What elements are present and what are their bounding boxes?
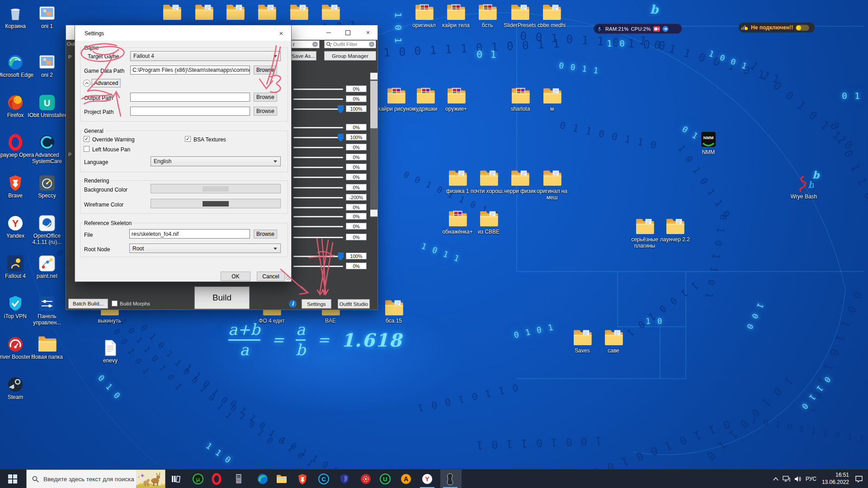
slider-value-box[interactable]: 0% bbox=[346, 85, 367, 92]
advanced-toggle[interactable]: Advanced bbox=[92, 79, 120, 87]
desktop-icon-бса-15[interactable]: бса 15 bbox=[374, 299, 414, 324]
language-select[interactable]: English bbox=[151, 156, 281, 166]
skeleton-file-input[interactable]: res/skeleton_fo4.nif bbox=[129, 229, 250, 239]
scrollbar-up-button[interactable] bbox=[370, 73, 377, 80]
desktop-icon-оригинал-на-меш[interactable]: оригинал на меш bbox=[532, 169, 572, 201]
slider-value-box[interactable]: 0% bbox=[346, 223, 367, 230]
dialog-titlebar[interactable]: Settings bbox=[75, 25, 291, 41]
slider-track[interactable] bbox=[293, 108, 343, 110]
desktop-icon-advanced-systemcare[interactable]: Advanced SystemCare bbox=[27, 133, 67, 165]
settings-button[interactable]: Settings bbox=[302, 299, 331, 309]
desktop-icon-из-cbbe[interactable]: из CBBE bbox=[469, 210, 509, 235]
slider-value-box[interactable]: 0% bbox=[346, 263, 367, 269]
taskbar-icon-utorrent[interactable]: µ bbox=[192, 473, 204, 485]
build-morphs-checkbox[interactable] bbox=[112, 300, 118, 306]
desktop-icon-wrye-bash[interactable]: bWrye Bash bbox=[784, 175, 824, 200]
desktop-icon-nmm[interactable]: NMM NMM bbox=[689, 131, 728, 156]
taskbar-icon-edge[interactable] bbox=[256, 473, 269, 485]
browse-skeleton-button[interactable]: Browse bbox=[254, 230, 277, 239]
action-center-icon[interactable] bbox=[855, 476, 863, 483]
save-as-button[interactable]: Save As... bbox=[290, 51, 316, 61]
slider-handle[interactable] bbox=[338, 105, 344, 113]
taskbar-icon-aorange[interactable]: A bbox=[400, 473, 412, 485]
group-manager-button[interactable]: Group Manager bbox=[324, 51, 376, 61]
slider-track[interactable] bbox=[293, 226, 343, 227]
slider-track[interactable] bbox=[293, 197, 343, 198]
taskbar-icon-yandex[interactable]: Y bbox=[421, 473, 434, 485]
slider-value-box[interactable]: 0% bbox=[346, 174, 367, 180]
desktop-icon-paint.net[interactable]: paint.net bbox=[27, 254, 67, 280]
desktop-icon-oni-2[interactable]: oni 2 bbox=[27, 53, 67, 79]
slider-value-box[interactable]: -200% bbox=[346, 194, 367, 201]
info-icon[interactable]: i bbox=[289, 300, 297, 308]
slider-track[interactable] bbox=[293, 187, 343, 188]
taskbar-icon-bodyslide[interactable] bbox=[444, 473, 457, 485]
slider-track[interactable] bbox=[293, 127, 343, 128]
ok-button[interactable]: OK bbox=[221, 272, 250, 281]
tray-expand-icon[interactable] bbox=[773, 477, 778, 481]
taskbar-icon-brave[interactable] bbox=[296, 473, 309, 485]
browse-data-path-button[interactable]: Browse bbox=[254, 66, 277, 75]
desktop-icon-лаунчер-2.2[interactable]: лаунчер 2.2 bbox=[655, 218, 695, 243]
slider-track[interactable] bbox=[293, 89, 343, 90]
taskbar-search[interactable]: Введите здесь текст для поиска bbox=[26, 469, 165, 488]
slider-track[interactable] bbox=[293, 157, 343, 158]
search-highlight-art[interactable] bbox=[136, 470, 165, 488]
desktop-icon-cbbe-medhi[interactable]: cbbe medhi bbox=[532, 4, 571, 29]
desktop-icon-enevy[interactable]: enevy bbox=[90, 339, 130, 364]
slider-value-box[interactable]: 0% bbox=[346, 154, 367, 160]
minimize-button[interactable] bbox=[322, 28, 335, 37]
taskbar-icon-explorer[interactable] bbox=[275, 473, 288, 485]
slider-track[interactable] bbox=[293, 266, 343, 267]
scrollbar-down-button[interactable] bbox=[370, 210, 377, 216]
clear-filter-icon[interactable]: × bbox=[312, 42, 318, 47]
dialog-close-icon[interactable]: × bbox=[275, 29, 288, 38]
taskbar-icon-cring[interactable]: C bbox=[317, 473, 330, 485]
resize-grip[interactable] bbox=[285, 276, 290, 280]
override-warning-checkbox[interactable]: ✓ bbox=[84, 136, 90, 142]
slider-value-box[interactable]: 0% bbox=[346, 164, 367, 170]
cancel-button[interactable]: Cancel bbox=[257, 272, 285, 281]
desktop-icon-м[interactable]: м bbox=[532, 87, 572, 113]
slider-track[interactable] bbox=[293, 177, 343, 178]
slider-value-box[interactable]: 100% bbox=[346, 134, 367, 141]
desktop-icon-iobit-uninstaller[interactable]: UIObit Uninstaller bbox=[27, 94, 67, 119]
desktop-icon-folder[interactable] bbox=[311, 4, 350, 22]
game-data-path-input[interactable]: C:\Program Files (x86)\Steam\steamapps\c… bbox=[130, 66, 250, 75]
language-indicator[interactable]: РУС bbox=[806, 476, 816, 482]
browse-output-path-button[interactable]: Browse bbox=[254, 93, 277, 102]
project-path-input[interactable] bbox=[130, 107, 250, 116]
wireframe-color-button[interactable] bbox=[151, 199, 281, 208]
left-mouse-pan-checkbox[interactable] bbox=[84, 146, 90, 152]
desktop-icon-steam[interactable]: Steam bbox=[0, 375, 35, 401]
slider-track[interactable] bbox=[293, 207, 343, 208]
expand-arrow-icon[interactable] bbox=[662, 26, 669, 32]
desktop-icon-панель-управлен...[interactable]: Панель управлен... bbox=[27, 295, 67, 326]
clock[interactable]: 16:51 13.06.2022 bbox=[822, 472, 849, 486]
taskbar-icon-library[interactable] bbox=[170, 473, 182, 485]
desktop-icon-новая-папка[interactable]: Новая папка bbox=[27, 335, 67, 361]
slider-track[interactable] bbox=[293, 237, 343, 238]
slider-value-box[interactable]: 0% bbox=[346, 213, 367, 220]
slider-value-box[interactable]: 0% bbox=[346, 184, 367, 191]
taskbar-icon-shield[interactable] bbox=[338, 473, 351, 485]
slider-track[interactable] bbox=[293, 256, 343, 257]
desktop-icon-speccy[interactable]: Speccy bbox=[27, 174, 67, 199]
taskbar-icon-redgear[interactable] bbox=[359, 473, 372, 485]
desktop-icon-oni-1[interactable]: oni 1 bbox=[27, 5, 67, 30]
close-button[interactable]: × bbox=[361, 28, 375, 37]
slider-track[interactable] bbox=[293, 147, 343, 148]
preset-filter-input[interactable]: r × bbox=[291, 40, 320, 48]
batch-build-button[interactable]: Batch Build... bbox=[68, 299, 108, 309]
root-node-select[interactable]: Root bbox=[129, 244, 281, 253]
maximize-button[interactable] bbox=[341, 28, 354, 37]
outfit-filter-input[interactable]: Outfit Filter × bbox=[324, 40, 376, 48]
clear-filter-icon[interactable]: × bbox=[369, 42, 374, 47]
taskbar-icon-ugreen[interactable]: U bbox=[379, 473, 392, 485]
bsa-textures-checkbox[interactable]: ✓ bbox=[185, 136, 191, 142]
desktop-icon-саве[interactable]: саве bbox=[594, 329, 633, 354]
taskbar-icon-opera[interactable] bbox=[210, 473, 223, 485]
outfit-studio-button[interactable]: Outfit Studio bbox=[338, 299, 370, 309]
slider-value-box[interactable]: 100% bbox=[346, 105, 367, 112]
build-button[interactable]: Build bbox=[194, 286, 250, 309]
